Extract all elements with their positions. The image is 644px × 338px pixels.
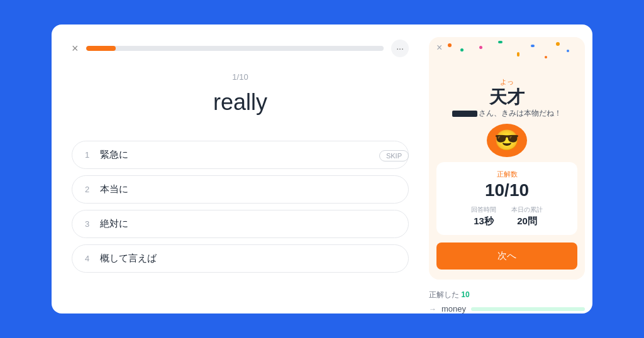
- genius-sub-text: さん、きみは本物だね！: [479, 109, 562, 117]
- more-button[interactable]: ···: [391, 40, 409, 57]
- confetti-dot: [545, 56, 547, 58]
- result-card: × よっ 天才 さん、きみは本物だね！ 😎 正解数 10/1: [429, 37, 585, 280]
- choice-2-text: 本当に: [100, 183, 128, 195]
- correct-label: 正解した 10: [429, 290, 585, 300]
- confetti-dot: [567, 50, 569, 52]
- confetti-dot: [448, 43, 452, 47]
- genius-kanji: 天才: [489, 87, 525, 108]
- confetti-dot: [517, 52, 519, 57]
- choice-3[interactable]: 3 絶対に: [72, 210, 409, 238]
- progress-bar-background: [86, 46, 384, 51]
- choice-4[interactable]: 4 概して言えば: [72, 244, 409, 273]
- genius-furigana: よっ: [500, 77, 514, 87]
- genius-subtitle: さん、きみは本物だね！: [452, 108, 562, 119]
- choice-3-text: 絶対に: [100, 218, 128, 230]
- time-label: 回答時間: [471, 205, 496, 214]
- choice-1-text: 緊急に: [100, 149, 128, 161]
- word-text: money: [441, 304, 466, 313]
- choice-4-num: 4: [85, 254, 94, 263]
- user-name-redacted: [452, 111, 477, 117]
- confetti-dot: [479, 46, 482, 49]
- choice-3-num: 3: [85, 219, 94, 229]
- close-button[interactable]: ×: [72, 43, 79, 54]
- result-panel: × よっ 天才 さん、きみは本物だね！ 😎 正解数 10/1: [429, 25, 592, 313]
- choice-2-num: 2: [85, 185, 94, 194]
- word-row: → money: [429, 304, 585, 313]
- word-arrow-icon: →: [429, 305, 436, 313]
- today-label: 本日の累計: [511, 205, 543, 214]
- main-card: × ··· 1/10 really SKIP 1 緊急に 2 本当に 3 絶対に: [52, 25, 592, 313]
- bottom-section: 正解した 10 → money: [429, 280, 592, 313]
- choices-list: 1 緊急に 2 本当に 3 絶対に 4 概して言えば: [72, 141, 409, 273]
- confetti-dot: [460, 48, 464, 52]
- confetti-dot: [531, 45, 535, 47]
- score-card: 正解数 10/10 回答時間 13秒 本日の累計 20問: [436, 162, 577, 235]
- next-button[interactable]: 次へ: [436, 243, 577, 270]
- today-stat: 本日の累計 20問: [511, 205, 543, 227]
- confetti-dot: [556, 42, 560, 46]
- confetti-dot: [498, 41, 502, 43]
- choice-1[interactable]: 1 緊急に: [72, 141, 409, 169]
- time-stat: 回答時間 13秒: [471, 205, 496, 227]
- correct-count: 10: [461, 290, 469, 299]
- correct-text: 正解した: [429, 290, 459, 299]
- choice-1-num: 1: [85, 150, 94, 160]
- quiz-header: × ···: [72, 40, 409, 57]
- mascot-emoji: 😎: [487, 124, 527, 157]
- quiz-panel: × ··· 1/10 really SKIP 1 緊急に 2 本当に 3 絶対に: [52, 25, 429, 313]
- confetti-area: [429, 37, 585, 74]
- question-counter: 1/10: [72, 72, 409, 82]
- word-progress-bar: [471, 307, 585, 311]
- today-value: 20問: [517, 215, 537, 227]
- time-value: 13秒: [474, 215, 494, 227]
- choice-4-text: 概して言えば: [100, 253, 157, 264]
- progress-bar-fill: [86, 46, 116, 51]
- score-value: 10/10: [485, 180, 529, 200]
- skip-button[interactable]: SKIP: [379, 150, 409, 161]
- score-label: 正解数: [497, 170, 518, 179]
- question-word: really: [72, 89, 409, 116]
- score-stats: 回答時間 13秒 本日の累計 20問: [471, 205, 543, 227]
- choice-2[interactable]: 2 本当に: [72, 175, 409, 204]
